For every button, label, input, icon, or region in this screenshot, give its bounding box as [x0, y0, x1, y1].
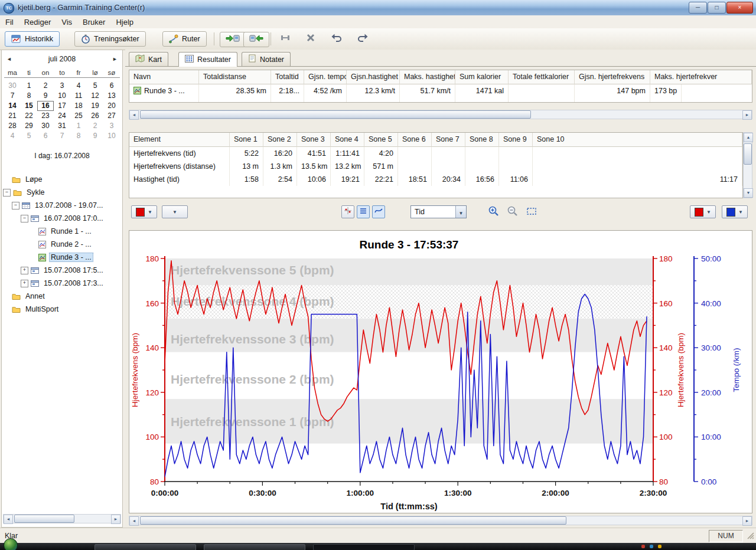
- tree-item[interactable]: Annet: [3, 290, 121, 303]
- menu-item-vis[interactable]: Vis: [56, 17, 77, 28]
- tree-item[interactable]: −16.07.2008 17:0...: [3, 212, 121, 225]
- calendar-day[interactable]: 1: [21, 81, 37, 91]
- scroll-thumb[interactable]: [14, 515, 74, 523]
- send-to-device-button[interactable]: [220, 32, 246, 47]
- redo-button[interactable]: [354, 32, 371, 46]
- calendar-day[interactable]: 28: [4, 121, 21, 131]
- table-row[interactable]: Hjertefrekvens (tid)5:2216:2041:511:11:4…: [129, 147, 742, 160]
- scroll-track[interactable]: [139, 110, 742, 119]
- collapse-icon[interactable]: −: [12, 202, 19, 209]
- table-header-cell[interactable]: Maks. hjertefrekver: [650, 70, 752, 84]
- table-row[interactable]: Runde 3 - ...28.35 km2:18...4:52 /km12.3…: [129, 84, 752, 102]
- zoom-selection-button[interactable]: [524, 205, 539, 220]
- calendar-day[interactable]: 9: [37, 91, 54, 101]
- calendar-day[interactable]: 6: [103, 81, 120, 91]
- delete-button[interactable]: [304, 32, 318, 46]
- calendar-day[interactable]: 22: [21, 111, 37, 121]
- calendar-today-label[interactable]: I dag: 16.07.2008: [2, 152, 122, 160]
- table-header-cell[interactable]: Sone 2: [263, 133, 297, 147]
- calendar-day[interactable]: 3: [54, 81, 70, 91]
- table-header-cell[interactable]: Sum kalorier: [455, 70, 509, 84]
- calendar-day[interactable]: 20: [103, 101, 120, 111]
- receive-from-device-button[interactable]: [243, 32, 269, 47]
- historikk-button[interactable]: Historikk: [5, 31, 60, 47]
- calendar-day[interactable]: 19: [87, 101, 103, 111]
- table-header-cell[interactable]: Gjsn. hjertefrekvens: [575, 70, 650, 84]
- lines-mode-button[interactable]: [357, 205, 370, 218]
- table-row[interactable]: Hjertefrekvens (distanse)13 m1.3 km13.5 …: [129, 160, 742, 173]
- menu-item-fil[interactable]: Fil: [0, 17, 19, 28]
- close-button[interactable]: ×: [726, 2, 753, 14]
- calendar-day[interactable]: 6: [37, 131, 54, 141]
- expand-icon[interactable]: +: [21, 280, 28, 287]
- calendar-day[interactable]: 17: [54, 101, 70, 111]
- main-horizontal-scrollbar[interactable]: ◄►: [129, 516, 752, 525]
- right-axis-color-dropdown[interactable]: ▼: [722, 205, 748, 218]
- table-header-cell[interactable]: Gjsn. tempo: [304, 70, 347, 84]
- tray-icon[interactable]: [650, 545, 653, 548]
- calendar-day[interactable]: 13: [103, 91, 120, 101]
- calendar-day[interactable]: 3: [103, 121, 120, 131]
- calendar-day[interactable]: 26: [87, 111, 103, 121]
- zoom-in-button[interactable]: [487, 205, 501, 220]
- tray-icon[interactable]: [658, 545, 662, 548]
- ruter-button[interactable]: Ruter: [162, 31, 207, 47]
- calendar-day[interactable]: 24: [54, 111, 70, 121]
- scroll-right-icon[interactable]: ►: [742, 110, 752, 120]
- calendar-day[interactable]: 8: [21, 91, 37, 101]
- minimize-button[interactable]: ─: [689, 2, 707, 14]
- scroll-left-icon[interactable]: ◄: [129, 110, 139, 120]
- table-header-cell[interactable]: Totaldistanse: [199, 70, 271, 84]
- calendar-day[interactable]: 12: [87, 91, 103, 101]
- table-row[interactable]: Hastighet (tid)1:582:5410:0619:2122:2118…: [129, 173, 742, 186]
- calendar-day[interactable]: 7: [54, 131, 70, 141]
- activity-chart[interactable]: Hjertefrekvenssone 5 (bpm)Hjertefrekvens…: [129, 231, 752, 513]
- treningsokter-button[interactable]: Treningsøkter: [74, 31, 146, 47]
- tree-item[interactable]: −13.07.2008 - 19.07...: [3, 199, 121, 212]
- zones-vertical-scrollbar[interactable]: ▲▼: [743, 132, 752, 198]
- calendar-day[interactable]: 29: [21, 121, 37, 131]
- tree-item[interactable]: +15.07.2008 17:5...: [3, 264, 121, 277]
- table-header-cell[interactable]: Maks. hastighet: [400, 70, 455, 84]
- left-axis-color-dropdown[interactable]: ▼: [690, 205, 716, 218]
- tree-item[interactable]: Runde 1 - ...: [3, 225, 121, 238]
- calendar-next-button[interactable]: ►: [112, 56, 118, 62]
- table-header-cell[interactable]: Navn: [129, 70, 199, 84]
- calendar-day[interactable]: 21: [4, 111, 21, 121]
- tab-kart[interactable]: Kart: [129, 52, 168, 66]
- tree-item[interactable]: Runde 2 - ...: [3, 238, 121, 251]
- combo-dropdown-button[interactable]: ▼: [455, 206, 466, 218]
- calendar-day[interactable]: 18: [70, 101, 87, 111]
- calendar-day[interactable]: 16: [37, 101, 54, 111]
- start-orb-icon[interactable]: [4, 538, 18, 550]
- calendar-day[interactable]: 1: [70, 121, 87, 131]
- calendar-day[interactable]: 5: [21, 131, 37, 141]
- summary-horizontal-scrollbar[interactable]: ◄►: [129, 110, 752, 119]
- calendar-day[interactable]: 27: [103, 111, 120, 121]
- scroll-left-icon[interactable]: ◄: [4, 515, 13, 524]
- calendar-day[interactable]: 5: [87, 81, 103, 91]
- scroll-thumb[interactable]: [744, 143, 752, 165]
- zoom-out-button[interactable]: [506, 205, 520, 220]
- calendar-day[interactable]: 14: [4, 101, 21, 111]
- table-header-cell[interactable]: Sone 8: [465, 133, 499, 147]
- calendar-day[interactable]: 15: [21, 101, 37, 111]
- table-header-cell[interactable]: Sone 7: [432, 133, 465, 147]
- menu-item-bruker[interactable]: Bruker: [77, 17, 110, 28]
- scroll-right-icon[interactable]: ►: [111, 515, 120, 524]
- tab-notater[interactable]: Notater: [242, 52, 291, 66]
- scroll-track[interactable]: [13, 515, 111, 523]
- collapse-icon[interactable]: −: [3, 189, 11, 197]
- resize-grip-icon[interactable]: [747, 532, 755, 542]
- chart-panel[interactable]: Hjertefrekvenssone 5 (bpm)Hjertefrekvens…: [129, 230, 752, 513]
- calendar-day[interactable]: 7: [4, 91, 21, 101]
- calendar-day[interactable]: 10: [103, 131, 120, 141]
- scroll-up-icon[interactable]: ▲: [744, 133, 753, 142]
- calendar-day[interactable]: 4: [70, 81, 87, 91]
- calendar-day[interactable]: 8: [70, 131, 87, 141]
- taskbar-button[interactable]: [313, 544, 415, 550]
- tab-resultater[interactable]: Resultater: [178, 52, 237, 67]
- calendar-prev-button[interactable]: ◄: [6, 56, 12, 62]
- expand-icon[interactable]: +: [21, 267, 28, 274]
- scroll-thumb[interactable]: [140, 110, 531, 119]
